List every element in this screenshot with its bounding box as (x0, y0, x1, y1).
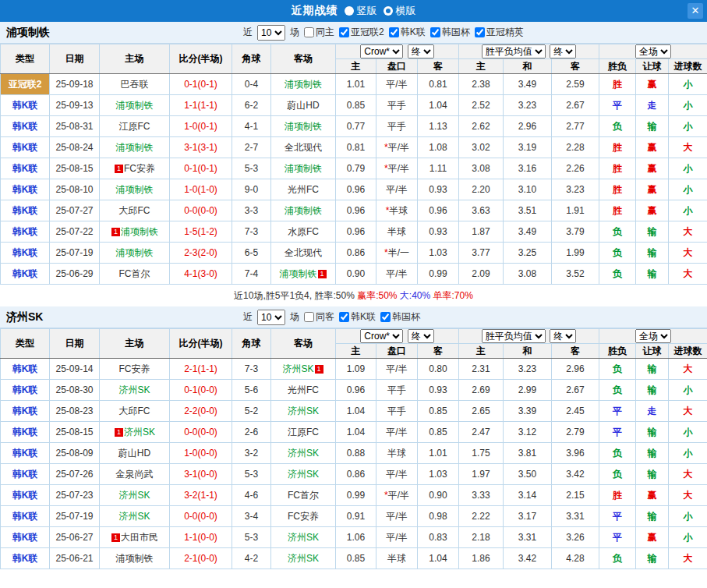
score-cell: 3-2(1-1) (170, 485, 232, 506)
filter-option-亚冠联2[interactable]: 亚冠联2 (339, 26, 384, 39)
handicap-cell: 平/半 (376, 527, 418, 548)
avg-final-select[interactable]: 终 (550, 329, 576, 343)
odds-source-select[interactable]: Crow* (360, 329, 403, 343)
avg-source-select[interactable]: 胜平负均值 (482, 329, 546, 343)
team-label: 大邱FC (119, 406, 150, 416)
avg-source-select[interactable]: 胜平负均值 (482, 44, 546, 58)
handicap-result-cell: 赢 (636, 527, 669, 548)
odds-final-select[interactable]: 终 (408, 44, 434, 58)
odds-home-cell: 0.91 (336, 506, 376, 527)
avg-away-cell: 2.67 (552, 380, 599, 401)
score-cell: 1-0(0-1) (170, 116, 232, 137)
odds-away-cell: 0.98 (418, 506, 459, 527)
summary-segment: 近10场,胜5平1负4, 胜率:50% (234, 290, 357, 301)
odds-source-select[interactable]: Crow* (360, 44, 403, 58)
result-cell: 负 (599, 380, 636, 401)
goals-cell: 大 (669, 464, 707, 485)
live-odds-star-icon: * (386, 205, 390, 216)
match-row: 韩K联25-07-221浦项制铁1-5(1-2)7-3水原FC0.96半球0.9… (1, 221, 707, 243)
filter-checkbox[interactable] (339, 312, 349, 322)
avg-draw-cell: 3.19 (504, 137, 552, 158)
team-label: FC安养 (119, 363, 150, 374)
odds-home-cell: 1.06 (336, 527, 376, 548)
filter-option-韩国杯[interactable]: 韩国杯 (430, 26, 470, 39)
goals-cell: 大 (669, 221, 707, 243)
odds-group-header: Crow* 终 (336, 44, 459, 59)
filter-checkbox[interactable] (304, 312, 314, 322)
team-label: 济州SK (288, 532, 319, 543)
corner-cell: 2-7 (232, 137, 271, 158)
result-cell: 平 (599, 401, 636, 422)
filter-checkbox[interactable] (389, 27, 399, 37)
sub-avg-home: 主 (459, 344, 504, 359)
filter-checkbox[interactable] (430, 27, 440, 37)
avg-draw-cell: 3.08 (504, 264, 552, 285)
team-label: 大邱FC (119, 205, 150, 216)
close-icon[interactable]: ✕ (688, 3, 703, 19)
handicap-result-cell: 赢 (636, 179, 669, 200)
avg-draw-cell: 3.81 (504, 443, 552, 464)
team-label: 光州FC (288, 384, 319, 395)
filter-option-亚冠精英[interactable]: 亚冠精英 (475, 26, 524, 39)
filter-option-韩K联[interactable]: 韩K联 (339, 310, 376, 324)
layout-horizontal-label: 横版 (396, 4, 416, 18)
date-cell: 25-06-21 (50, 548, 100, 569)
summary-segment: 赢率:50% (357, 290, 400, 301)
radio-selected-icon[interactable] (384, 6, 393, 16)
avg-home-cell: 3.02 (459, 137, 504, 158)
handicap-cell: 半球 (376, 548, 418, 569)
avg-final-select[interactable]: 终 (550, 44, 576, 58)
sub-handicap-result: 让球 (636, 59, 669, 74)
match-count-select[interactable]: 10 (257, 25, 285, 41)
filter-option-同主[interactable]: 同主 (304, 26, 334, 39)
handicap-result-cell: 输 (636, 221, 669, 243)
home-team-cell: 1FC安养 (100, 158, 170, 179)
scope-select[interactable]: 全场 (635, 44, 671, 58)
filter-option-同客[interactable]: 同客 (304, 310, 334, 324)
radio-unselected-icon[interactable] (345, 6, 354, 16)
odds-home-cell: 0.90 (336, 264, 376, 285)
odds-away-cell: 1.04 (418, 95, 459, 116)
filter-checkbox[interactable] (304, 27, 314, 37)
avg-away-cell: 2.45 (552, 401, 599, 422)
filter-option-韩国杯[interactable]: 韩国杯 (380, 310, 420, 324)
filter-checkbox[interactable] (339, 27, 349, 37)
filter-checkbox[interactable] (380, 312, 391, 322)
handicap-cell: 平/半 (376, 179, 418, 200)
odds-home-cell: 0.99 (336, 485, 376, 506)
red-card-badge: 1 (115, 165, 123, 173)
goals-cell: 小 (669, 179, 707, 200)
layout-option-horizontal[interactable]: 横版 (384, 4, 416, 18)
col-home: 主场 (100, 44, 170, 74)
score-cell: 2-1(1-1) (170, 359, 232, 380)
handicap-result-cell: 输 (636, 443, 669, 464)
goals-cell: 大 (669, 243, 707, 264)
filter-option-韩K联[interactable]: 韩K联 (389, 26, 426, 39)
match-row: 韩K联25-07-26金泉尚武3-1(0-0)5-3济州SK0.86平/半1.0… (1, 464, 707, 485)
away-team-cell: 浦项制铁1 (271, 264, 336, 285)
avg-draw-cell: 2.96 (504, 116, 552, 137)
score-cell: 0-1(0-1) (170, 158, 232, 179)
odds-away-cell: 1.13 (418, 116, 459, 137)
avg-home-cell: 2.62 (459, 116, 504, 137)
red-card-badge: 1 (111, 533, 120, 542)
avg-draw-cell: 3.16 (504, 158, 552, 179)
handicap-cell: *半球 (376, 200, 418, 221)
layout-option-vertical[interactable]: 竖版 (345, 4, 377, 18)
result-cell: 负 (599, 221, 636, 243)
match-count-select[interactable]: 10 (257, 310, 285, 325)
handicap-cell: 半球 (376, 443, 418, 464)
scope-select[interactable]: 全场 (635, 329, 671, 343)
filter-checkbox[interactable] (475, 27, 485, 37)
result-cell: 胜 (599, 200, 636, 221)
date-cell: 25-08-30 (50, 380, 100, 401)
score-cell: 0-0(0-0) (170, 422, 232, 443)
goals-cell: 小 (669, 116, 707, 137)
date-cell: 25-06-29 (50, 264, 100, 285)
avg-away-cell: 3.42 (552, 464, 599, 485)
odds-final-select[interactable]: 终 (408, 329, 434, 343)
team-label: 浦项制铁 (280, 268, 317, 279)
handicap-cell: 平/半 (376, 264, 418, 285)
team-label: 济州SK (288, 553, 319, 564)
avg-draw-cell: 3.12 (504, 422, 552, 443)
